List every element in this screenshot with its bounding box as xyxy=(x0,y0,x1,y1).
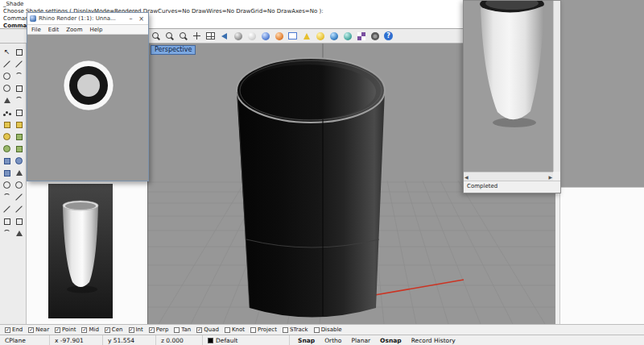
osnap-cen[interactable]: ✓Cen xyxy=(105,326,123,333)
shaded-view-icon[interactable] xyxy=(232,30,244,42)
sphere-tool-icon[interactable] xyxy=(13,155,25,167)
circle-tool-icon[interactable] xyxy=(1,70,13,82)
ortho-toggle[interactable]: Ortho xyxy=(324,337,341,344)
ghosted-view-icon[interactable] xyxy=(246,30,258,42)
cplane-selector[interactable]: CPlane xyxy=(0,335,50,345)
osnap-tan[interactable]: Tan xyxy=(174,326,191,333)
render-horizontal-scrollbar[interactable]: ◀ ▶ xyxy=(464,172,553,181)
loft-tool-icon[interactable] xyxy=(1,131,13,143)
current-layer-selector[interactable]: Default xyxy=(203,335,290,345)
rectangle-tool-icon[interactable] xyxy=(13,82,25,94)
chamfer-tool-icon[interactable] xyxy=(13,191,25,203)
planar-toggle[interactable]: Planar xyxy=(351,337,370,344)
menu-edit[interactable]: Edit xyxy=(48,27,60,33)
scale-tool-icon[interactable] xyxy=(13,227,25,239)
join-tool-icon[interactable] xyxy=(1,215,13,227)
render-window-top[interactable]: Rhino Render (1:1): Unna... – × File Edi… xyxy=(27,12,149,181)
text-tool-icon[interactable] xyxy=(13,106,25,118)
record-history-toggle[interactable]: Record History xyxy=(411,337,456,344)
cylinder-tool-icon[interactable] xyxy=(1,167,13,179)
rhino-app-window: _Shade Choose Shade settings ( DisplayMo… xyxy=(0,0,644,345)
menu-help[interactable]: Help xyxy=(89,27,102,33)
rendered-view-icon[interactable] xyxy=(259,30,271,42)
osnap-knot-checkbox[interactable] xyxy=(225,327,230,333)
fillet-tool-icon[interactable] xyxy=(1,191,13,203)
texture-mapping-icon[interactable] xyxy=(355,30,367,42)
scroll-right-icon[interactable]: ▶ xyxy=(548,174,552,180)
osnap-perp[interactable]: ✓Perp xyxy=(149,326,169,333)
polyline-tool-icon[interactable] xyxy=(13,58,25,70)
viewport-layout-icon[interactable] xyxy=(204,30,217,42)
osnap-int[interactable]: ✓Int xyxy=(129,326,143,333)
split-tool-icon[interactable] xyxy=(13,203,25,215)
help-icon[interactable]: ? xyxy=(382,30,394,42)
osnap-toggle[interactable]: Osnap xyxy=(380,337,402,344)
render-preview-icon[interactable] xyxy=(287,30,299,42)
osnap-near[interactable]: ✓Near xyxy=(28,326,49,333)
render-window-titlebar[interactable]: Rhino Render (1:1): Unna... – × xyxy=(27,13,148,25)
osnap-near-checkbox[interactable]: ✓ xyxy=(28,327,34,333)
menu-zoom[interactable]: Zoom xyxy=(66,27,82,33)
snap-toggle[interactable]: Snap xyxy=(298,337,315,344)
render-vertical-scrollbar[interactable] xyxy=(553,1,560,172)
render-window-right[interactable]: ◀ ▶ Completed xyxy=(463,0,561,193)
osnap-disable-checkbox[interactable] xyxy=(314,327,320,333)
scroll-left-icon[interactable]: ◀ xyxy=(464,174,469,180)
osnap-knot[interactable]: Knot xyxy=(225,326,245,333)
osnap-strack[interactable]: STrack xyxy=(283,326,308,333)
render-result-image xyxy=(464,1,553,172)
sun-icon[interactable] xyxy=(314,30,326,42)
pan-view-icon[interactable] xyxy=(191,30,203,42)
osnap-end-checkbox[interactable]: ✓ xyxy=(5,327,10,333)
zoom-window-icon[interactable] xyxy=(163,30,175,42)
spotlight-icon[interactable] xyxy=(300,30,312,42)
osnap-mid-checkbox[interactable]: ✓ xyxy=(81,327,87,333)
boolean-difference-icon[interactable] xyxy=(13,179,25,191)
zoom-extents-icon[interactable] xyxy=(150,30,162,42)
osnap-project-checkbox[interactable] xyxy=(250,327,256,333)
revolve-tool-icon[interactable] xyxy=(1,143,13,155)
cup-model[interactable] xyxy=(237,58,385,318)
osnap-point[interactable]: ✓Point xyxy=(55,326,76,333)
osnap-int-checkbox[interactable]: ✓ xyxy=(129,327,134,333)
menu-file[interactable]: File xyxy=(31,27,41,33)
osnap-quad-checkbox[interactable]: ✓ xyxy=(196,327,202,333)
environment-icon[interactable] xyxy=(328,30,340,42)
boolean-union-icon[interactable] xyxy=(1,179,13,191)
rotate-tool-icon[interactable] xyxy=(1,227,13,239)
cone-tool-icon[interactable] xyxy=(13,167,25,179)
osnap-perp-checkbox[interactable]: ✓ xyxy=(149,327,155,333)
arc-tool-icon[interactable] xyxy=(13,70,25,82)
curve-tool-icon[interactable] xyxy=(13,94,25,106)
osnap-strack-checkbox[interactable] xyxy=(283,327,288,333)
osnap-quad[interactable]: ✓Quad xyxy=(196,326,219,333)
render-icon[interactable] xyxy=(273,30,285,42)
osnap-end[interactable]: ✓End xyxy=(5,326,23,333)
undo-view-icon[interactable] xyxy=(218,30,230,42)
osnap-point-checkbox[interactable]: ✓ xyxy=(55,327,60,333)
surface-tool-icon[interactable] xyxy=(1,118,13,131)
select-pointer-icon[interactable]: ↖ xyxy=(1,46,13,58)
plane-tool-icon[interactable] xyxy=(13,118,25,131)
osnap-disable[interactable]: Disable xyxy=(314,326,342,333)
viewport-title[interactable]: Perspective xyxy=(151,45,196,55)
trim-tool-icon[interactable] xyxy=(1,203,13,215)
extrude-tool-icon[interactable] xyxy=(13,131,25,143)
zoom-selected-icon[interactable] xyxy=(177,30,189,42)
material-icon[interactable] xyxy=(341,30,353,42)
minimize-button[interactable]: – xyxy=(126,14,136,24)
polygon-tool-icon[interactable] xyxy=(1,94,13,106)
osnap-project[interactable]: Project xyxy=(250,326,277,333)
selection-filter-icon[interactable] xyxy=(13,46,25,58)
ellipse-tool-icon[interactable] xyxy=(1,82,13,94)
osnap-cen-checkbox[interactable]: ✓ xyxy=(105,327,110,333)
line-tool-icon[interactable] xyxy=(1,58,13,70)
sweep-tool-icon[interactable] xyxy=(13,143,25,155)
point-tool-icon[interactable] xyxy=(1,106,13,118)
move-tool-icon[interactable] xyxy=(13,215,25,227)
osnap-tan-checkbox[interactable] xyxy=(174,327,180,333)
close-button[interactable]: × xyxy=(136,14,147,24)
render-settings-icon[interactable] xyxy=(369,30,381,42)
osnap-mid[interactable]: ✓Mid xyxy=(81,326,98,333)
box-tool-icon[interactable] xyxy=(1,155,13,167)
